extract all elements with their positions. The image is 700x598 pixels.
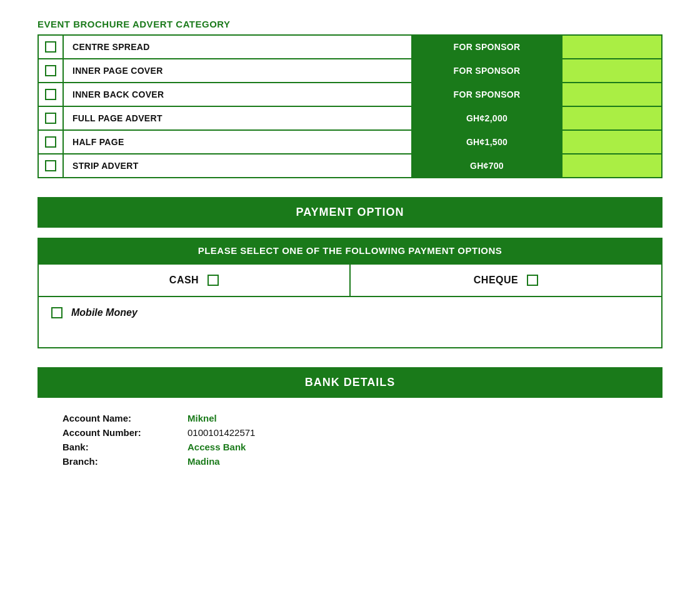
advert-label-cell: FULL PAGE ADVERT — [63, 106, 412, 130]
advert-price-cell: GH¢1,500 — [412, 130, 562, 154]
advert-green-cell — [562, 59, 662, 83]
advert-checkbox-2[interactable] — [45, 89, 56, 100]
mobile-money-label: Mobile Money — [71, 307, 138, 318]
bank-label-1: Account Number: — [62, 427, 188, 438]
page-container: EVENT BROCHURE ADVERT CATEGORY CENTRE SP… — [38, 19, 662, 473]
advert-row: INNER BACK COVER FOR SPONSOR — [38, 83, 662, 106]
advert-row: HALF PAGE GH¢1,500 — [38, 130, 662, 154]
bank-detail-row: Bank: Access Bank — [62, 442, 638, 452]
advert-label-cell: HALF PAGE — [63, 130, 412, 154]
advert-checkbox-4[interactable] — [45, 136, 56, 148]
advert-checkbox-cell[interactable] — [38, 130, 63, 154]
mobile-money-checkbox[interactable] — [51, 307, 62, 318]
bank-value-1: 0100101422571 — [188, 427, 255, 438]
advert-table: CENTRE SPREAD FOR SPONSOR INNER PAGE COV… — [38, 34, 662, 178]
advert-checkbox-cell[interactable] — [38, 83, 63, 106]
bank-detail-row: Account Number: 0100101422571 — [62, 427, 638, 438]
advert-checkbox-cell[interactable] — [38, 59, 63, 83]
bank-label-2: Bank: — [62, 442, 188, 452]
advert-checkbox-cell[interactable] — [38, 154, 63, 178]
advert-checkbox-cell[interactable] — [38, 106, 63, 130]
advert-label-cell: STRIP ADVERT — [63, 154, 412, 178]
advert-green-cell — [562, 154, 662, 178]
advert-row: CENTRE SPREAD FOR SPONSOR — [38, 35, 662, 59]
bank-details-banner: BANK DETAILS — [38, 367, 662, 398]
advert-label-cell: CENTRE SPREAD — [63, 35, 412, 59]
advert-price-cell: FOR SPONSOR — [412, 83, 562, 106]
cheque-option[interactable]: CHEQUE — [351, 265, 661, 296]
bank-value-0: Miknel — [188, 413, 217, 423]
cash-checkbox[interactable] — [208, 275, 219, 286]
payment-option-banner: PAYMENT OPTION — [38, 197, 662, 228]
cash-label: CASH — [169, 275, 199, 286]
advert-price-cell: GH¢700 — [412, 154, 562, 178]
advert-checkbox-0[interactable] — [45, 41, 56, 53]
advert-row: STRIP ADVERT GH¢700 — [38, 154, 662, 178]
advert-label-cell: INNER PAGE COVER — [63, 59, 412, 83]
advert-green-cell — [562, 106, 662, 130]
payment-row-bottom: Mobile Money — [39, 297, 661, 347]
advert-price-cell: GH¢2,000 — [412, 106, 562, 130]
advert-green-cell — [562, 130, 662, 154]
payment-options-container: CASH CHEQUE Mobile Money — [38, 263, 662, 348]
cheque-checkbox[interactable] — [527, 275, 538, 286]
advert-row: INNER PAGE COVER FOR SPONSOR — [38, 59, 662, 83]
advert-green-cell — [562, 35, 662, 59]
advert-price-cell: FOR SPONSOR — [412, 59, 562, 83]
cheque-label: CHEQUE — [474, 275, 518, 286]
bank-detail-row: Account Name: Miknel — [62, 413, 638, 423]
payment-row-top: CASH CHEQUE — [39, 265, 661, 297]
section-title: EVENT BROCHURE ADVERT CATEGORY — [38, 19, 662, 29]
advert-checkbox-5[interactable] — [45, 160, 56, 171]
cash-option[interactable]: CASH — [39, 265, 351, 296]
select-payment-banner: PLEASE SELECT ONE OF THE FOLLOWING PAYME… — [38, 238, 662, 263]
bank-details: Account Name: Miknel Account Number: 010… — [38, 410, 662, 473]
bank-value-3: Madina — [188, 456, 220, 467]
advert-checkbox-3[interactable] — [45, 113, 56, 124]
advert-green-cell — [562, 83, 662, 106]
advert-checkbox-cell[interactable] — [38, 35, 63, 59]
advert-checkbox-1[interactable] — [45, 65, 56, 76]
bank-value-2: Access Bank — [188, 442, 246, 452]
advert-row: FULL PAGE ADVERT GH¢2,000 — [38, 106, 662, 130]
bank-label-0: Account Name: — [62, 413, 188, 423]
bank-detail-row: Branch: Madina — [62, 456, 638, 467]
mobile-money-option[interactable]: Mobile Money — [39, 297, 150, 347]
bank-label-3: Branch: — [62, 456, 188, 467]
advert-price-cell: FOR SPONSOR — [412, 35, 562, 59]
advert-label-cell: INNER BACK COVER — [63, 83, 412, 106]
